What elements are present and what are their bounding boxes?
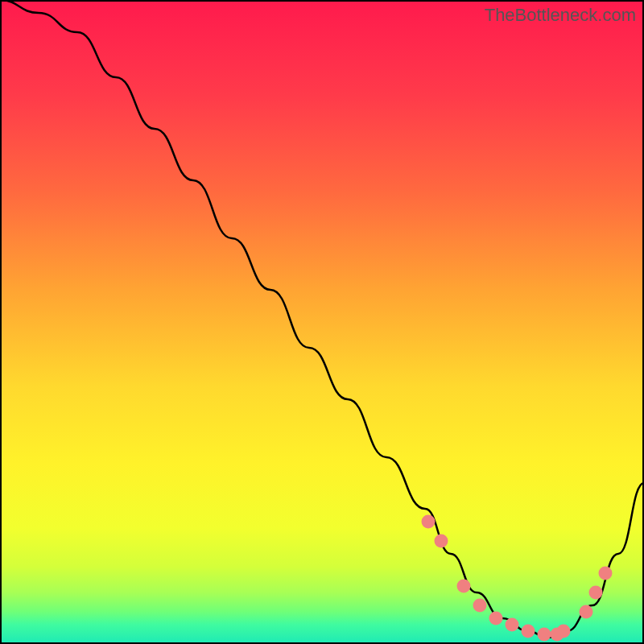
data-point	[522, 625, 535, 638]
data-point	[557, 625, 571, 638]
data-point	[580, 605, 593, 619]
data-point	[506, 618, 519, 632]
data-point	[538, 628, 551, 642]
data-point	[473, 599, 487, 613]
data-point	[457, 580, 471, 593]
bottleneck-curve	[0, 0, 644, 638]
data-point	[422, 515, 436, 529]
highlighted-points	[422, 515, 613, 642]
data-point	[589, 586, 603, 600]
data-point	[435, 535, 448, 548]
data-point	[489, 612, 503, 625]
chart-svg	[0, 0, 644, 644]
watermark-text: TheBottleneck.com	[485, 5, 636, 26]
chart-container: TheBottleneck.com	[0, 0, 644, 644]
data-point	[599, 567, 613, 580]
